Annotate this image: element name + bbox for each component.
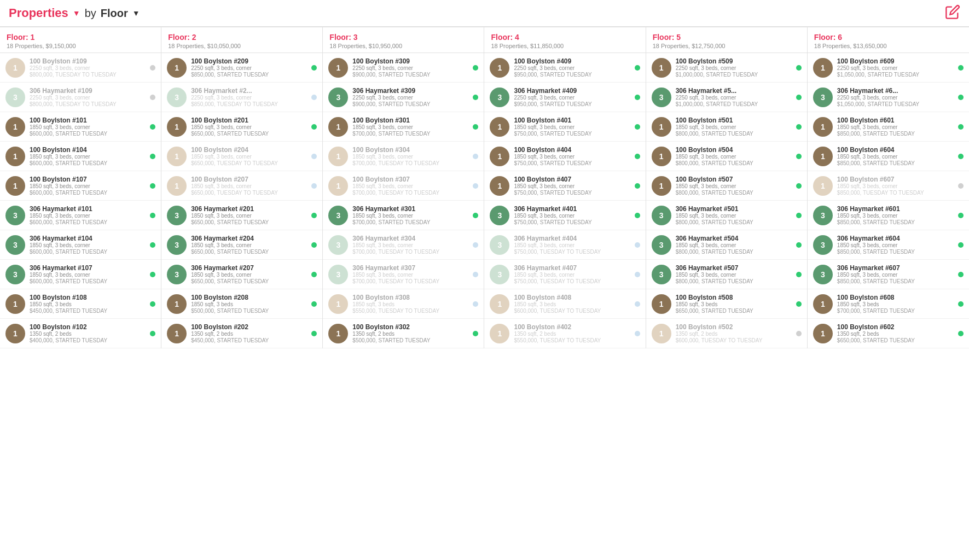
floor-title-5: Floor: 5 bbox=[653, 33, 800, 42]
properties-dropdown-arrow[interactable]: ▼ bbox=[73, 9, 80, 18]
floor-header-4: Floor: 418 Properties, $11,850,000 bbox=[484, 27, 645, 53]
list-item[interactable]: 3306 Haymarket #6...2250 sqft, 3 beds, c… bbox=[808, 83, 969, 112]
property-info: 100 Boylston #4011850 sqft, 3 beds, corn… bbox=[514, 116, 632, 137]
status-dot bbox=[958, 213, 964, 218]
list-item[interactable]: 3306 Haymarket #3041850 sqft, 3 beds, co… bbox=[323, 230, 484, 260]
property-info: 100 Boylston #6092250 sqft, 3 beds, corn… bbox=[837, 57, 956, 78]
avatar: 1 bbox=[167, 117, 187, 137]
edit-icon-container[interactable] bbox=[945, 4, 960, 22]
list-item[interactable]: 3306 Haymarket #1092250 sqft, 3 beds, co… bbox=[0, 83, 161, 112]
list-item[interactable]: 1100 Boylston #6041850 sqft, 3 beds, cor… bbox=[808, 142, 969, 171]
properties-title[interactable]: Properties bbox=[9, 6, 68, 20]
list-item[interactable]: 1100 Boylston #6092250 sqft, 3 beds, cor… bbox=[808, 53, 969, 83]
list-item[interactable]: 3306 Haymarket #2041850 sqft, 3 beds, co… bbox=[161, 230, 322, 260]
property-info: 100 Boylston #1041850 sqft, 3 beds, corn… bbox=[30, 146, 148, 166]
list-item[interactable]: 1100 Boylston #2021350 sqft, 2 beds$450,… bbox=[161, 319, 322, 348]
property-name: 306 Haymarket #501 bbox=[676, 205, 794, 213]
status-dot bbox=[150, 95, 155, 100]
list-item[interactable]: 1100 Boylston #3092250 sqft, 3 beds, cor… bbox=[323, 53, 484, 83]
list-item[interactable]: 1100 Boylston #4021350 sqft, 2 beds$550,… bbox=[484, 319, 645, 348]
list-item[interactable]: 1100 Boylston #3011850 sqft, 3 beds, cor… bbox=[323, 112, 484, 142]
list-item[interactable]: 1100 Boylston #4011850 sqft, 3 beds, cor… bbox=[484, 112, 645, 142]
list-item[interactable]: 1100 Boylston #1041850 sqft, 3 beds, cor… bbox=[0, 142, 161, 171]
property-details: 1850 sqft, 3 beds, corner bbox=[30, 242, 148, 248]
avatar: 1 bbox=[652, 176, 671, 196]
list-item[interactable]: 3306 Haymarket #1071850 sqft, 3 beds, co… bbox=[0, 260, 161, 289]
list-item[interactable]: 1100 Boylston #5021350 sqft, 2 beds$600,… bbox=[646, 319, 807, 348]
property-name: 306 Haymarket #309 bbox=[352, 87, 471, 95]
list-item[interactable]: 1100 Boylston #1021350 sqft, 2 beds$400,… bbox=[0, 319, 161, 348]
list-item[interactable]: 3306 Haymarket #2071850 sqft, 3 beds, co… bbox=[161, 260, 322, 289]
list-item[interactable]: 3306 Haymarket #6011850 sqft, 3 beds, co… bbox=[808, 201, 969, 230]
status-dot bbox=[796, 213, 802, 218]
list-item[interactable]: 3306 Haymarket #2011850 sqft, 3 beds, co… bbox=[161, 201, 322, 230]
list-item[interactable]: 1100 Boylston #6071850 sqft, 3 beds, cor… bbox=[808, 171, 969, 201]
list-item[interactable]: 3306 Haymarket #1041850 sqft, 3 beds, co… bbox=[0, 230, 161, 260]
list-item[interactable]: 1100 Boylston #5081850 sqft, 3 beds$650,… bbox=[646, 289, 807, 319]
list-item[interactable]: 1100 Boylston #5041850 sqft, 3 beds, cor… bbox=[646, 142, 807, 171]
list-item[interactable]: 1100 Boylston #5011850 sqft, 3 beds, cor… bbox=[646, 112, 807, 142]
property-name: 100 Boylston #102 bbox=[30, 323, 148, 331]
list-item[interactable]: 1100 Boylston #3081850 sqft, 3 beds$550,… bbox=[323, 289, 484, 319]
list-item[interactable]: 1100 Boylston #6011850 sqft, 3 beds, cor… bbox=[808, 112, 969, 142]
list-item[interactable]: 1100 Boylston #1071850 sqft, 3 beds, cor… bbox=[0, 171, 161, 201]
list-item[interactable]: 3306 Haymarket #4071850 sqft, 3 beds, co… bbox=[484, 260, 645, 289]
property-price: $750,000, STARTED TUESDAY bbox=[514, 131, 632, 137]
property-info: 100 Boylston #2071850 sqft, 3 beds, corn… bbox=[191, 176, 309, 196]
list-item[interactable]: 1100 Boylston #1011850 sqft, 3 beds, cor… bbox=[0, 112, 161, 142]
list-item[interactable]: 1100 Boylston #3041850 sqft, 3 beds, cor… bbox=[323, 142, 484, 171]
status-dot bbox=[150, 65, 155, 71]
list-item[interactable]: 3306 Haymarket #4041850 sqft, 3 beds, co… bbox=[484, 230, 645, 260]
status-dot bbox=[473, 154, 478, 159]
avatar: 1 bbox=[813, 147, 833, 166]
list-item[interactable]: 1100 Boylston #4092250 sqft, 3 beds, cor… bbox=[484, 53, 645, 83]
list-item[interactable]: 1100 Boylston #2071850 sqft, 3 beds, cor… bbox=[161, 171, 322, 201]
list-item[interactable]: 3306 Haymarket #3011850 sqft, 3 beds, co… bbox=[323, 201, 484, 230]
list-item[interactable]: 3306 Haymarket #5041850 sqft, 3 beds, co… bbox=[646, 230, 807, 260]
property-info: 100 Boylston #2041850 sqft, 3 beds, corn… bbox=[191, 146, 309, 166]
property-details: 1850 sqft, 3 beds, corner bbox=[191, 272, 309, 278]
list-item[interactable]: 1100 Boylston #2011850 sqft, 3 beds, cor… bbox=[161, 112, 322, 142]
list-item[interactable]: 1100 Boylston #1092250 sqft, 3 beds, cor… bbox=[0, 53, 161, 83]
property-price: $850,000, STARTED TUESDAY bbox=[837, 278, 956, 284]
list-item[interactable]: 3306 Haymarket #6071850 sqft, 3 beds, co… bbox=[808, 260, 969, 289]
list-item[interactable]: 3306 Haymarket #5011850 sqft, 3 beds, co… bbox=[646, 201, 807, 230]
floor-dropdown-arrow[interactable]: ▼ bbox=[132, 9, 140, 18]
list-item[interactable]: 1100 Boylston #4081850 sqft, 3 beds$600,… bbox=[484, 289, 645, 319]
property-details: 1850 sqft, 3 beds bbox=[514, 301, 632, 307]
list-item[interactable]: 3306 Haymarket #3071850 sqft, 3 beds, co… bbox=[323, 260, 484, 289]
property-info: 100 Boylston #6011850 sqft, 3 beds, corn… bbox=[837, 116, 956, 137]
list-item[interactable]: 3306 Haymarket #5071850 sqft, 3 beds, co… bbox=[646, 260, 807, 289]
status-dot bbox=[635, 242, 640, 248]
list-item[interactable]: 3306 Haymarket #2...2250 sqft, 3 beds, c… bbox=[161, 83, 322, 112]
list-item[interactable]: 1100 Boylston #5092250 sqft, 3 beds, cor… bbox=[646, 53, 807, 83]
floor-title-3: Floor: 3 bbox=[329, 33, 477, 42]
list-item[interactable]: 3306 Haymarket #4092250 sqft, 3 beds, co… bbox=[484, 83, 645, 112]
list-item[interactable]: 1100 Boylston #6081850 sqft, 3 beds$700,… bbox=[808, 289, 969, 319]
list-item[interactable]: 1100 Boylston #3071850 sqft, 3 beds, cor… bbox=[323, 171, 484, 201]
avatar: 1 bbox=[490, 176, 509, 196]
list-item[interactable]: 1100 Boylston #4071850 sqft, 3 beds, cor… bbox=[484, 171, 645, 201]
list-item[interactable]: 3306 Haymarket #4011850 sqft, 3 beds, co… bbox=[484, 201, 645, 230]
list-item[interactable]: 1100 Boylston #2092250 sqft, 3 beds, cor… bbox=[161, 53, 322, 83]
avatar: 1 bbox=[167, 324, 187, 343]
list-item[interactable]: 1100 Boylston #3021350 sqft, 2 beds$500,… bbox=[323, 319, 484, 348]
list-item[interactable]: 1100 Boylston #5071850 sqft, 3 beds, cor… bbox=[646, 171, 807, 201]
list-item[interactable]: 1100 Boylston #1081850 sqft, 3 beds$450,… bbox=[0, 289, 161, 319]
list-item[interactable]: 3306 Haymarket #5...2250 sqft, 3 beds, c… bbox=[646, 83, 807, 112]
property-name: 100 Boylston #509 bbox=[676, 57, 794, 65]
status-dot bbox=[311, 65, 317, 71]
status-dot bbox=[150, 242, 155, 248]
property-details: 1850 sqft, 3 beds, corner bbox=[191, 154, 309, 160]
floor-title[interactable]: Floor bbox=[101, 7, 128, 20]
property-details: 1850 sqft, 3 beds, corner bbox=[191, 242, 309, 248]
status-dot bbox=[958, 301, 964, 307]
status-dot bbox=[473, 331, 478, 336]
list-item[interactable]: 1100 Boylston #2041850 sqft, 3 beds, cor… bbox=[161, 142, 322, 171]
list-item[interactable]: 1100 Boylston #2081850 sqft, 3 beds$500,… bbox=[161, 289, 322, 319]
list-item[interactable]: 3306 Haymarket #1011850 sqft, 3 beds, co… bbox=[0, 201, 161, 230]
list-item[interactable]: 3306 Haymarket #6041850 sqft, 3 beds, co… bbox=[808, 230, 969, 260]
list-item[interactable]: 3306 Haymarket #3092250 sqft, 3 beds, co… bbox=[323, 83, 484, 112]
list-item[interactable]: 1100 Boylston #4041850 sqft, 3 beds, cor… bbox=[484, 142, 645, 171]
list-item[interactable]: 1100 Boylston #6021350 sqft, 2 beds$650,… bbox=[808, 319, 969, 348]
